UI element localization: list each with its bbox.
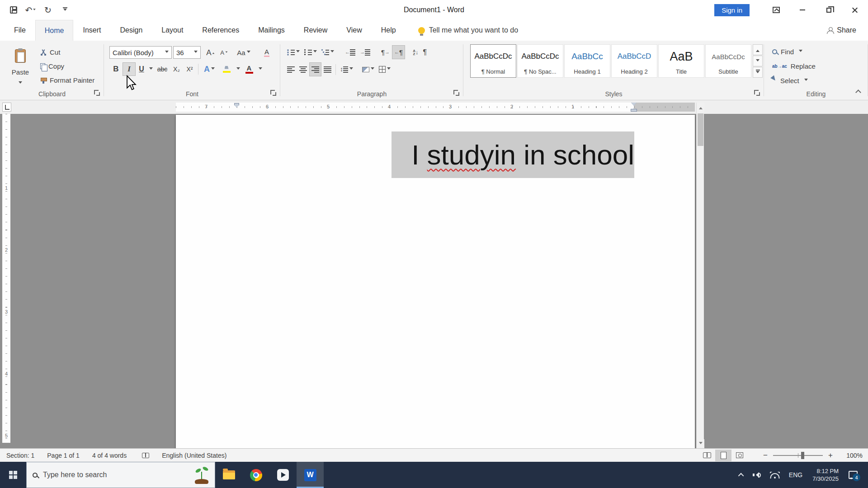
style-normal[interactable]: AaBbCcDc ¶ Normal	[470, 44, 516, 78]
font-size-combo[interactable]: 36	[173, 46, 201, 59]
shrink-font-button[interactable]: A	[218, 46, 231, 59]
customize-qat-button[interactable]	[57, 2, 73, 18]
share-button[interactable]: Share	[827, 20, 868, 41]
scrollbar-up-button[interactable]	[697, 103, 704, 112]
document-page[interactable]: I studyin in school	[176, 115, 695, 448]
highlight-color-button[interactable]	[218, 62, 235, 76]
tab-references[interactable]: References	[193, 20, 249, 41]
italic-button[interactable]: I	[123, 62, 136, 76]
borders-button[interactable]	[377, 62, 393, 76]
tab-insert[interactable]: Insert	[73, 20, 110, 41]
style-no-spacing[interactable]: AaBbCcDc ¶ No Spac...	[517, 44, 563, 78]
zoom-slider[interactable]	[773, 455, 823, 456]
change-case-button[interactable]: Aa	[234, 46, 253, 59]
tray-volume[interactable]	[748, 462, 765, 488]
show-formatting-marks-button[interactable]: ¶	[420, 45, 429, 59]
select-button[interactable]: Select	[772, 73, 816, 88]
bold-button[interactable]: B	[109, 62, 123, 76]
web-layout-button[interactable]	[731, 450, 748, 461]
restore-button[interactable]	[816, 0, 842, 20]
document-text-line[interactable]: I studyin in school	[392, 131, 634, 178]
strikethrough-button[interactable]: abc	[155, 62, 170, 76]
clear-formatting-button[interactable]: A	[259, 46, 274, 59]
shading-button[interactable]	[360, 62, 377, 76]
zoom-slider-handle[interactable]	[801, 452, 804, 459]
left-indent-icon[interactable]	[631, 109, 637, 112]
paste-button[interactable]: Paste	[6, 45, 34, 89]
cut-button[interactable]: Cut	[38, 45, 97, 59]
status-word-count[interactable]: 4 of 4 words	[92, 452, 127, 459]
read-mode-button[interactable]	[699, 450, 715, 461]
collapse-ribbon-button[interactable]	[853, 87, 863, 97]
font-color-button[interactable]: A	[241, 62, 257, 76]
zoom-in-button[interactable]: +	[825, 450, 836, 461]
scrollbar-down-button[interactable]	[697, 439, 704, 448]
tray-language[interactable]: ENG	[784, 462, 807, 488]
line-spacing-button[interactable]: ↕	[338, 62, 355, 76]
indent-markers[interactable]	[630, 103, 638, 112]
highlight-color-dropdown[interactable]	[235, 62, 241, 76]
status-language[interactable]: English (United States)	[162, 452, 226, 459]
subscript-button[interactable]: X₂	[170, 62, 183, 76]
tab-view[interactable]: View	[337, 20, 371, 41]
close-button[interactable]	[842, 0, 868, 20]
align-center-button[interactable]	[297, 62, 309, 76]
styles-dialog-launcher[interactable]	[754, 90, 760, 96]
horizontal-ruler[interactable]: 7 6 5 4 3 2 1	[176, 103, 695, 112]
format-painter-button[interactable]: Format Painter	[38, 73, 97, 87]
superscript-button[interactable]: X²	[183, 62, 196, 76]
multilevel-list-button[interactable]	[319, 45, 336, 59]
styles-scroll-up-button[interactable]	[753, 44, 763, 55]
tray-network[interactable]	[765, 462, 784, 488]
taskbar-media-player[interactable]	[269, 462, 297, 488]
taskbar-chrome[interactable]	[242, 462, 269, 488]
tray-clock[interactable]: 8:12 PM 7/30/2025	[807, 462, 844, 488]
font-color-dropdown[interactable]	[257, 62, 264, 76]
print-layout-button[interactable]	[715, 450, 731, 461]
proofing-errors-icon[interactable]	[142, 453, 149, 458]
font-family-combo[interactable]: Calibri (Body)	[109, 46, 172, 59]
tab-help[interactable]: Help	[372, 20, 406, 41]
tab-design[interactable]: Design	[110, 20, 152, 41]
sort-button[interactable]: AZ↓	[410, 45, 420, 59]
align-left-button[interactable]	[285, 62, 297, 76]
tab-home[interactable]: Home	[35, 20, 74, 41]
search-highlight-plant-icon[interactable]	[194, 466, 209, 484]
font-dialog-launcher[interactable]	[270, 90, 276, 96]
paragraph-dialog-launcher[interactable]	[453, 90, 459, 96]
bullets-button[interactable]	[285, 45, 302, 59]
tab-stop-selector[interactable]	[2, 103, 11, 112]
underline-dropdown[interactable]	[147, 62, 155, 76]
redo-button[interactable]: ↻	[40, 2, 56, 18]
tab-layout[interactable]: Layout	[152, 20, 193, 41]
taskbar-word[interactable]: W	[297, 462, 324, 488]
zoom-level[interactable]: 100%	[843, 452, 863, 459]
vertical-scrollbar[interactable]	[696, 103, 704, 448]
ltr-text-direction-button[interactable]: ¶→	[379, 45, 392, 59]
tray-action-center[interactable]: 4	[844, 462, 865, 488]
underline-button[interactable]: U	[136, 62, 147, 76]
vertical-ruler[interactable]: 1 2 3 4 5	[2, 114, 10, 443]
tab-review[interactable]: Review	[294, 20, 337, 41]
search-input[interactable]	[43, 471, 189, 479]
copy-button[interactable]: Copy	[38, 59, 97, 73]
taskbar-file-explorer[interactable]	[215, 462, 242, 488]
numbering-button[interactable]	[302, 45, 319, 59]
decrease-indent-button[interactable]: ←	[343, 45, 358, 59]
ribbon-display-options-button[interactable]	[763, 0, 789, 20]
minimize-button[interactable]	[789, 0, 816, 20]
status-page-number[interactable]: Page 1 of 1	[47, 452, 80, 459]
grow-font-button[interactable]: A	[204, 46, 217, 59]
tell-me-box[interactable]: Tell me what you want to do	[418, 20, 518, 41]
justify-button[interactable]	[321, 62, 334, 76]
tray-show-hidden-icons[interactable]	[735, 462, 748, 488]
styles-scroll-down-button[interactable]	[753, 56, 763, 66]
style-subtitle[interactable]: AaBbCcDc Subtitle	[705, 44, 751, 78]
rtl-text-direction-button[interactable]: ←¶	[392, 45, 405, 59]
scrollbar-thumb[interactable]	[698, 113, 703, 146]
styles-more-button[interactable]	[753, 67, 763, 78]
save-button[interactable]	[5, 2, 22, 18]
undo-button[interactable]: ↶	[23, 2, 39, 18]
sign-in-button[interactable]: Sign in	[714, 4, 750, 16]
align-right-button[interactable]	[309, 62, 321, 76]
